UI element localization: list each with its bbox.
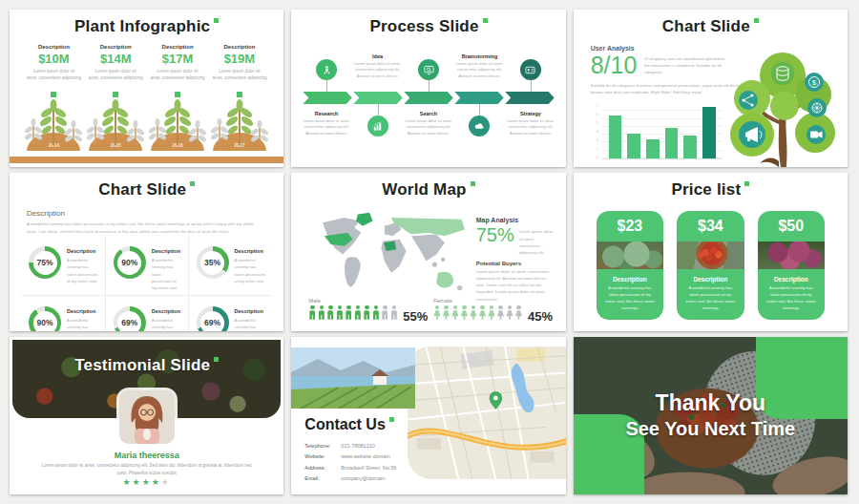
- person-icon: [442, 305, 450, 320]
- bar: [646, 139, 660, 158]
- person-icon: [451, 305, 459, 320]
- accent-square-icon: [190, 181, 195, 186]
- wheat-plant-icon: [211, 92, 268, 145]
- process-step: Idea Lorem ipsum dolor sit amet, consect…: [352, 46, 403, 160]
- section-heading: Description: [27, 209, 65, 218]
- connector-line: [479, 104, 480, 116]
- price-card[interactable]: $34 Description A wonderful serenity has…: [677, 211, 744, 319]
- stars: ★★★★★: [10, 477, 283, 487]
- wheat-plant-icon: [149, 92, 206, 145]
- body-text: A wonderful serenity has taken possessio…: [27, 220, 264, 235]
- progress-ring: 90%: [114, 246, 146, 279]
- plant-column: Description $19M Lorem ipsum dolor sit a…: [208, 44, 270, 81]
- slide-title: Chart Slide: [574, 17, 848, 36]
- person-icon: [308, 305, 316, 320]
- female-percent: 45%: [528, 309, 553, 324]
- star-icon: ★: [133, 477, 142, 487]
- bar-chart-bars: [602, 104, 723, 158]
- process-step: Research Lorem ipsum dolor sit amet, con…: [301, 46, 351, 160]
- slide-gallery: Plant Infographic Description $10M Lorem…: [0, 0, 859, 504]
- slide-process[interactable]: Process Slide Research Lorem ipsum dolo: [291, 10, 565, 167]
- person-icon: [488, 305, 495, 320]
- progress-ring: 69%: [114, 306, 146, 331]
- bar-chart-icon: [372, 121, 383, 132]
- person-icon: [363, 305, 370, 320]
- price-value: $23: [597, 218, 663, 235]
- person-icon: [345, 305, 352, 320]
- progress-ring: 75%: [29, 246, 61, 279]
- plant-slot: 2015: [85, 94, 147, 158]
- thank-you-text: Thank You See You Next Time: [574, 390, 848, 440]
- step-circle: [367, 116, 388, 136]
- accent-square-icon: [744, 181, 749, 186]
- slide-contact[interactable]: Contact Us Telephone: 021-78081210 Websi…: [291, 337, 565, 494]
- tick-label: 2: [591, 147, 598, 151]
- person-icon: [390, 305, 398, 320]
- female-stat: Female 45%: [433, 298, 558, 324]
- star-icon: ★: [161, 477, 171, 487]
- testimonial-text: Lorem ipsum dolor sit amet, consectetur …: [40, 462, 253, 477]
- slide-world-map[interactable]: World Map Map Analysis 75% Lorem ipsum d…: [291, 173, 565, 330]
- bar-chart-ticks: 7654321: [591, 104, 598, 159]
- price-card[interactable]: $23 Description A wonderful serenity has…: [597, 211, 663, 319]
- progress-item: 35% DescriptionA wonderful serenity has …: [189, 236, 273, 295]
- tick-label: 7: [591, 104, 598, 108]
- slide-title: World Map: [291, 180, 565, 200]
- slide-title: Contact Us: [304, 416, 393, 433]
- monitor-search-icon: [424, 65, 434, 75]
- star-icon: ★: [142, 477, 152, 487]
- price-card[interactable]: $50 Description A wonderful serenity has…: [758, 211, 825, 319]
- plant-slot: 2016: [147, 94, 209, 158]
- progress-grid: 75% DescriptionA wonderful serenity has …: [21, 236, 272, 325]
- tick-label: 5: [591, 121, 598, 125]
- star-icon: ★: [122, 477, 132, 487]
- person-icon: [470, 305, 477, 320]
- id-card-icon: [525, 65, 535, 75]
- plant-column: Description $10M Lorem ipsum dolor sit a…: [23, 44, 85, 81]
- male-percent: 55%: [403, 309, 428, 324]
- person-icon: [478, 305, 486, 320]
- star-icon: ★: [152, 477, 161, 487]
- landscape-photo: [291, 347, 415, 409]
- connector-line: [378, 104, 379, 116]
- location-map: [408, 346, 565, 479]
- accent-square-icon: [471, 181, 475, 186]
- accent-square-icon: [483, 18, 488, 23]
- contact-row: Email: company@domain: [304, 475, 396, 481]
- bar: [665, 128, 679, 158]
- progress-item: 75% DescriptionA wonderful serenity has …: [21, 236, 105, 295]
- avatar: [119, 390, 175, 444]
- score-value: 8/10: [591, 52, 638, 79]
- testimonial-name: Maria theeressa: [10, 451, 283, 460]
- value: $10M: [23, 52, 85, 66]
- progress-ring: 90%: [29, 306, 61, 331]
- person-icon: [433, 305, 441, 320]
- slide-chart-bars[interactable]: Chart Slide User Analysis 8/10 Of shoppi…: [574, 10, 848, 167]
- section-heading: Map Analysis: [476, 217, 555, 223]
- contact-row: Address: Broadwell Street, No.56: [304, 465, 396, 471]
- step-circle: [418, 59, 439, 80]
- slide-price-list[interactable]: Price list $23 Description A wonderful s…: [574, 173, 848, 330]
- step-circle: [469, 116, 490, 136]
- slide-thank-you[interactable]: Thank You See You Next Time: [574, 337, 848, 494]
- slide-chart-rings[interactable]: Chart Slide Description A wonderful sere…: [10, 173, 283, 330]
- contact-row: Website: www.website.domain: [304, 453, 396, 459]
- person-icon: [514, 305, 522, 320]
- world-map-graphic: [299, 211, 482, 299]
- onions-photo: [758, 242, 825, 269]
- slide-plant-infographic[interactable]: Plant Infographic Description $10M Lorem…: [10, 10, 283, 167]
- tomatoes-photo: [677, 242, 744, 269]
- price-value: $50: [758, 218, 825, 235]
- database-icon: [771, 62, 794, 85]
- contact-row: Telephone: 021-78081210: [304, 443, 396, 449]
- person-icon: [354, 305, 362, 320]
- video-camera-icon: [807, 125, 826, 144]
- process-step: Brainstorming Lorem ipsum dolor sit amet…: [454, 46, 505, 160]
- tick-label: 6: [591, 113, 598, 116]
- slide-testimonial[interactable]: Testimonial Slide Maria theeressa Lorem …: [10, 337, 283, 494]
- person-icon: [506, 305, 513, 320]
- bar: [627, 134, 640, 158]
- price-value: $34: [677, 218, 744, 235]
- body-text: Lorem ipsum dolor sit amet, consectetur …: [519, 224, 555, 256]
- map-graphic: [408, 346, 565, 479]
